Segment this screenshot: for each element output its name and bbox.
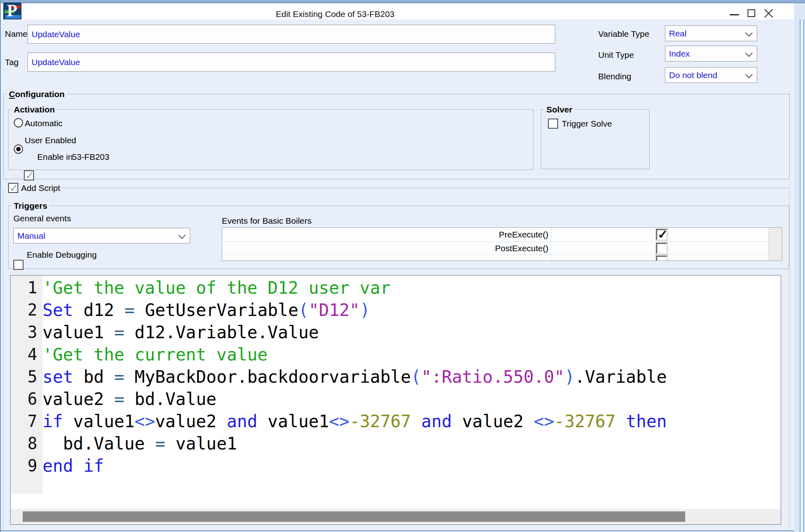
- add-script-label: Add Script: [21, 183, 60, 193]
- solver-group-label: Solver: [544, 105, 574, 114]
- app-logo-icon: P: [3, 2, 21, 21]
- code-line: set bd = MyBackDoor.backdoorvariable(":R…: [42, 366, 781, 388]
- name-input[interactable]: UpdateValue: [28, 25, 555, 44]
- enable-in-target: 53-FB203: [72, 152, 109, 162]
- logo-p-letter: P: [7, 2, 17, 20]
- solver-group: Solver Trigger Solve: [541, 109, 650, 169]
- variable-type-label: Variable Type: [598, 29, 649, 39]
- blending-value: Do not blend: [669, 70, 717, 80]
- add-script-group-line: [61, 188, 789, 188]
- events-table-scroll-strip[interactable]: [768, 228, 782, 261]
- column-separator: [551, 242, 551, 254]
- code-line: 'Get the current value: [42, 343, 781, 366]
- line-number: 1: [11, 277, 42, 299]
- add-script-group-left-line: [3, 188, 4, 530]
- line-number: 6: [11, 388, 42, 410]
- blending-label: Blending: [598, 72, 631, 81]
- name-label: Name: [5, 29, 28, 39]
- user-enabled-radio[interactable]: [14, 144, 23, 154]
- event-name: PreExecute(): [222, 228, 551, 242]
- trigger-solve-checkbox[interactable]: [548, 119, 558, 129]
- close-icon[interactable]: [763, 8, 774, 19]
- event-enabled-checkbox[interactable]: [656, 256, 667, 261]
- code-line: 'Get the value of the D12 user var: [42, 277, 781, 299]
- user-enabled-radio-label[interactable]: User Enabled: [25, 136, 76, 145]
- code-line: end if: [42, 455, 781, 477]
- add-script-group-right-line: [789, 188, 790, 530]
- code-line: bd.Value = value1: [42, 432, 781, 455]
- activation-group-label: Activation: [12, 105, 57, 114]
- chevron-down-icon: [745, 29, 752, 36]
- event-row: [222, 255, 782, 261]
- code-line: value1 = d12.Variable.Value: [42, 321, 781, 343]
- window-bottom-border: [0, 530, 795, 531]
- chevron-down-icon: [178, 231, 185, 239]
- activation-group: Activation Automatic User Enabled Enable…: [8, 109, 533, 170]
- events-list-label: Events for Basic Boilers: [222, 216, 312, 226]
- events-table[interactable]: PreExecute()PostExecute(): [222, 227, 782, 261]
- chevron-down-icon: [745, 49, 752, 57]
- enable-in-label: Enable in: [37, 152, 73, 162]
- tag-label: Tag: [5, 57, 19, 67]
- dialog-window: Edit Existing Code of 53-FB203 P Name Up…: [0, 0, 805, 532]
- line-number: 8: [11, 432, 42, 455]
- blending-dropdown[interactable]: Do not blend: [665, 67, 757, 83]
- event-row: PreExecute(): [222, 228, 782, 242]
- unit-type-value: Index: [669, 49, 690, 59]
- add-script-checkbox[interactable]: [8, 183, 18, 193]
- line-number-gutter: 123456789: [11, 276, 42, 494]
- line-number: 3: [11, 321, 42, 343]
- variable-type-value: Real: [669, 29, 686, 38]
- app-vertical-scrollbar[interactable]: [800, 19, 804, 532]
- enable-debugging-checkbox[interactable]: [13, 260, 23, 270]
- automatic-radio-label[interactable]: Automatic: [25, 119, 62, 128]
- event-enabled-checkbox[interactable]: [656, 229, 667, 240]
- line-number: 2: [11, 299, 42, 321]
- line-number: 9: [11, 455, 42, 477]
- code-line: value2 = bd.Value: [42, 388, 781, 410]
- code-lines[interactable]: 'Get the value of the D12 user varSet d1…: [42, 276, 781, 477]
- unit-type-dropdown[interactable]: Index: [665, 46, 757, 61]
- code-line: if value1<>value2 and value1<>-32767 and…: [42, 410, 781, 432]
- line-number: 5: [11, 366, 42, 388]
- triggers-group-label: Triggers: [12, 201, 49, 211]
- enable-in-checkbox[interactable]: [24, 170, 34, 180]
- general-events-label: General events: [13, 214, 71, 223]
- event-name: [222, 255, 551, 261]
- horizontal-scrollbar-thumb[interactable]: [23, 511, 685, 522]
- configuration-group-label: Configuration: [7, 89, 67, 99]
- name-input-value: UpdateValue: [32, 30, 80, 39]
- chevron-down-icon: [745, 71, 752, 78]
- event-row: PostExecute(): [222, 242, 782, 255]
- enable-debugging-label: Enable Debugging: [27, 250, 97, 260]
- event-enabled-checkbox[interactable]: [656, 243, 667, 254]
- event-name: PostExecute(): [222, 242, 551, 254]
- minimize-icon[interactable]: [730, 14, 739, 15]
- column-separator: [551, 228, 551, 242]
- trigger-solve-label: Trigger Solve: [562, 119, 612, 129]
- general-events-dropdown[interactable]: Manual: [13, 228, 190, 244]
- column-separator: [551, 255, 551, 261]
- window-title: Edit Existing Code of 53-FB203: [276, 9, 395, 19]
- general-events-value: Manual: [17, 231, 45, 241]
- automatic-radio[interactable]: [14, 118, 23, 127]
- title-bar[interactable]: Edit Existing Code of 53-FB203: [0, 3, 794, 19]
- unit-type-label: Unit Type: [598, 50, 634, 60]
- code-line: Set d12 = GetUserVariable("D12"): [42, 299, 781, 321]
- horizontal-scrollbar[interactable]: [11, 509, 781, 524]
- maximize-icon[interactable]: [748, 9, 755, 17]
- tag-input[interactable]: UpdateValue: [28, 53, 555, 72]
- script-code-editor[interactable]: 123456789 'Get the value of the D12 user…: [10, 275, 781, 525]
- window-top-edge: [0, 0, 805, 3]
- variable-type-dropdown[interactable]: Real: [665, 25, 757, 41]
- line-number: 7: [11, 410, 42, 432]
- tag-input-value: UpdateValue: [32, 57, 80, 67]
- line-number: 4: [11, 343, 42, 366]
